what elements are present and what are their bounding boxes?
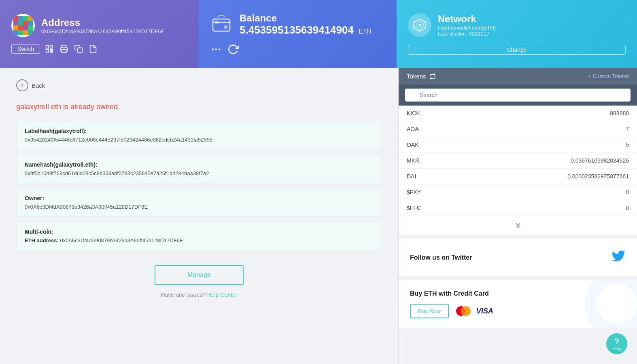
token-amount: 0 <box>626 205 629 211</box>
help-center-link[interactable]: Help Center <box>207 292 238 298</box>
svg-rect-19 <box>50 50 51 51</box>
custom-tokens-link[interactable]: + Custom Tokens <box>588 73 629 79</box>
help-icon: ? <box>614 337 619 346</box>
balance-label: Balance <box>240 13 372 24</box>
token-amount: 888888 <box>610 110 629 116</box>
copy-button[interactable] <box>73 44 84 54</box>
svg-rect-20 <box>52 50 53 51</box>
token-row: $FFC 0 <box>399 200 637 216</box>
svg-rect-7 <box>28 21 33 25</box>
buy-now-button[interactable]: Buy Now <box>410 304 449 318</box>
refresh-button[interactable] <box>227 43 240 56</box>
token-name: OAK <box>407 142 419 148</box>
svg-rect-18 <box>46 50 49 52</box>
owner-value: 0x0A6c3Df4dA90879b3426a3A90ff45a128D17DF… <box>25 204 374 210</box>
svg-rect-12 <box>13 30 18 35</box>
namehash-title: Namehash(galaxytroll.eth): <box>25 161 374 168</box>
search-input[interactable] <box>405 89 631 102</box>
token-name: $FFC <box>407 205 421 211</box>
token-row: $FXY 0 <box>399 184 637 200</box>
manage-button[interactable]: Manage <box>155 265 244 285</box>
svg-rect-9 <box>18 25 23 30</box>
help-float-button[interactable]: ? Help <box>606 333 627 354</box>
network-icon <box>408 13 431 37</box>
balance-actions <box>210 43 385 56</box>
namehash-card: Namehash(galaxytroll.eth): 0x9f5b10d9f76… <box>16 154 382 183</box>
svg-rect-11 <box>28 25 33 30</box>
qr-code-button[interactable] <box>44 44 55 54</box>
already-owned-message: galaxytroll.eth is already owned. <box>16 103 382 111</box>
owner-title: Owner: <box>25 195 374 201</box>
token-row: OAK 5 <box>399 137 637 153</box>
svg-rect-4 <box>13 21 18 25</box>
token-list: KICK 888888 AOA 7 OAK 5 MKR 0.0367610398… <box>399 106 637 216</box>
help-float-label: Help <box>613 347 621 351</box>
twitter-section[interactable]: Follow us on Twitter <box>399 239 637 276</box>
back-link[interactable]: Back <box>16 79 382 91</box>
balance-amount: 5.453595135639414904 <box>240 24 354 36</box>
address-label: Address <box>41 17 164 28</box>
token-row: KICK 888888 <box>399 106 637 121</box>
svg-rect-10 <box>23 25 28 30</box>
card-icons: VISA <box>454 305 493 317</box>
right-sidebar: Tokens + Custom Tokens 🔍 KICK 888888 AOA <box>398 68 637 364</box>
svg-rect-26 <box>215 21 219 24</box>
header: Address 0x0A6c3Df4dA90879b3426a3A90ff45a… <box>0 0 637 68</box>
network-label: Network <box>438 13 496 25</box>
help-text-row: Have any issues? Help Center <box>16 292 382 298</box>
tokens-title: Tokens <box>407 73 436 80</box>
token-name: $FXY <box>407 189 421 195</box>
labelhash-card: Labelhash(galaxytroll): 0x95428249f54446… <box>16 121 382 150</box>
mastercard-icon <box>454 305 473 317</box>
svg-point-33 <box>418 24 421 26</box>
multicoin-card: Multi-coin: ETH address: 0x0A6c3Df4dA908… <box>16 222 382 250</box>
multicoin-title: Multi-coin: <box>25 229 374 235</box>
load-more-button[interactable] <box>399 216 637 235</box>
svg-point-27 <box>224 25 227 29</box>
token-row: AOA 7 <box>399 121 637 137</box>
labelhash-value: 0x95428249f54446c6712e006e4445237f502342… <box>25 137 374 143</box>
token-name: AOA <box>407 126 419 132</box>
namehash-value: 0x9f5b10d9f769cd61d6d28c5c8d368adf0783c2… <box>25 170 374 176</box>
more-button[interactable] <box>210 43 223 56</box>
svg-rect-15 <box>28 30 33 35</box>
network-provider: myetherwallet.com(ETH) <box>438 25 496 31</box>
svg-rect-6 <box>23 21 28 25</box>
svg-rect-5 <box>18 21 23 25</box>
svg-rect-21 <box>50 51 51 53</box>
svg-point-30 <box>219 48 221 50</box>
svg-rect-14 <box>23 30 28 35</box>
balance-unit: ETH <box>359 28 372 35</box>
file-button[interactable] <box>88 44 98 54</box>
change-network-button[interactable]: Change <box>408 45 626 55</box>
svg-rect-23 <box>62 50 66 53</box>
left-content: Back galaxytroll.eth is already owned. L… <box>0 68 398 364</box>
twitter-icon <box>611 249 626 267</box>
tokens-header: Tokens + Custom Tokens <box>399 68 637 85</box>
network-last-block: Last block# : 9281017 <box>438 31 496 37</box>
owner-card: Owner: 0x0A6c3Df4dA90879b3426a3A90ff45a1… <box>16 188 382 217</box>
back-circle-icon <box>16 79 28 91</box>
svg-rect-13 <box>18 30 23 35</box>
token-amount: 7 <box>626 126 629 132</box>
switch-button[interactable]: Switch <box>11 44 40 54</box>
labelhash-title: Labelhash(galaxytroll): <box>25 128 374 134</box>
address-avatar <box>11 14 35 37</box>
token-amount: 0.00002358297587766​1 <box>567 173 629 180</box>
eth-address-label: ETH address: <box>25 237 59 243</box>
token-amount: 0.03676103982034526 <box>571 157 629 164</box>
svg-point-29 <box>215 48 217 50</box>
token-row: MKR 0.03676103982034526 <box>399 153 637 169</box>
address-actions: Switch <box>11 44 187 54</box>
main-layout: Back galaxytroll.eth is already owned. L… <box>0 68 637 364</box>
eth-address-row: ETH address: 0x0A6c3Df4dA90879b3426a3A90… <box>25 237 374 243</box>
watermark <box>584 280 637 328</box>
print-button[interactable] <box>59 44 69 54</box>
token-amount: 0 <box>626 189 629 195</box>
svg-rect-8 <box>13 25 18 30</box>
back-label: Back <box>32 82 45 89</box>
eth-address-value: 0x0A6c3Df4dA90879b3426a3A90ff45a128D17DF… <box>60 237 183 243</box>
svg-rect-17 <box>50 46 53 48</box>
tokens-section: Tokens + Custom Tokens 🔍 KICK 888888 AOA <box>399 68 637 235</box>
token-name: DAI <box>407 173 416 180</box>
